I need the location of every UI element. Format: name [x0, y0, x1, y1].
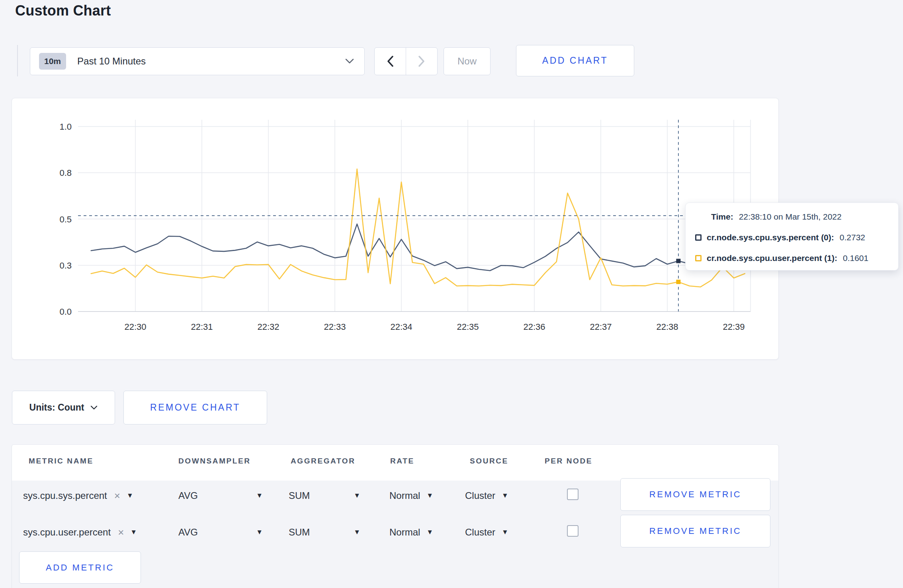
tooltip-time-label: Time: — [711, 212, 733, 222]
x-tick-label: 22:39 — [723, 322, 745, 332]
x-tick-label: 22:34 — [390, 322, 412, 332]
rate-select[interactable]: Normal ▼ — [389, 525, 433, 539]
chevron-right-button[interactable] — [406, 48, 437, 75]
aggregator-select[interactable]: SUM ▼ — [289, 525, 360, 539]
remove-chart-button[interactable]: REMOVE CHART — [123, 391, 267, 424]
caret-down-icon: ▼ — [426, 492, 433, 500]
time-range-badge: 10m — [39, 53, 66, 70]
caret-down-icon: ▼ — [256, 492, 263, 500]
remove-metric-button[interactable]: REMOVE METRIC — [620, 515, 770, 547]
series-swatch-icon — [695, 234, 702, 241]
source-select[interactable]: Cluster ▼ — [465, 489, 508, 503]
units-select[interactable]: Units: Count — [12, 391, 115, 424]
y-tick-label: 0.5 — [59, 214, 72, 224]
per-node-checkbox[interactable] — [567, 489, 579, 500]
caret-down-icon: ▼ — [354, 492, 360, 500]
toolbar-accent-divider — [17, 45, 18, 76]
downsampler-select[interactable]: AVG ▼ — [178, 525, 263, 539]
tooltip-series-label: cr.node.sys.cpu.sys.percent (0): — [707, 233, 834, 242]
tooltip-time-row: Time: 22:38:10 on Mar 15th, 2022 — [695, 212, 889, 222]
column-header-source: SOURCE — [470, 457, 508, 465]
y-tick-label: 0.3 — [59, 261, 72, 271]
hover-marker — [676, 280, 680, 284]
chart-card: 22:3022:3122:3222:3322:3422:3522:3622:37… — [12, 98, 779, 360]
time-range-select[interactable]: 10m Past 10 Minutes — [30, 47, 365, 75]
column-header-downsampler: DOWNSAMPLER — [178, 457, 251, 465]
y-tick-label: 0.0 — [59, 307, 72, 317]
chart-plot[interactable]: 22:3022:3122:3222:3322:3422:3522:3622:37… — [12, 98, 778, 359]
page-title: Custom Chart — [15, 2, 111, 19]
x-tick-label: 22:37 — [590, 322, 612, 332]
y-tick-label: 0.8 — [59, 168, 72, 178]
metric-name-select[interactable]: sys.cpu.user.percent × ▼ — [23, 525, 137, 539]
tooltip-time-value: 22:38:10 on Mar 15th, 2022 — [739, 212, 842, 222]
downsampler-select[interactable]: AVG ▼ — [178, 489, 263, 503]
series-swatch-icon — [695, 255, 702, 261]
caret-down-icon: ▼ — [502, 528, 508, 536]
column-header-rate: RATE — [390, 457, 414, 465]
chevron-down-icon — [90, 405, 98, 410]
remove-x-icon[interactable]: × — [114, 490, 120, 502]
per-node-checkbox[interactable] — [567, 525, 579, 537]
now-button[interactable]: Now — [444, 47, 491, 75]
chevron-left-button[interactable] — [375, 48, 406, 75]
add-chart-button[interactable]: ADD CHART — [516, 45, 634, 76]
custom-chart-page: Custom Chart 10m Past 10 Minutes Now ADD… — [0, 0, 903, 588]
caret-down-icon: ▼ — [130, 528, 137, 536]
caret-down-icon: ▼ — [502, 492, 508, 500]
x-tick-label: 22:30 — [124, 322, 146, 332]
caret-down-icon: ▼ — [354, 528, 360, 536]
series-line-1 — [91, 169, 745, 287]
tooltip-series-value: 0.2732 — [840, 233, 865, 242]
x-tick-label: 22:31 — [191, 322, 213, 332]
add-metric-button[interactable]: ADD METRIC — [19, 551, 141, 584]
column-header-aggregator: AGGREGATOR — [291, 457, 356, 465]
chevron-down-icon — [345, 58, 354, 64]
caret-down-icon: ▼ — [426, 528, 433, 536]
x-tick-label: 22:35 — [457, 322, 479, 332]
column-header-per-node: PER NODE — [545, 457, 592, 465]
remove-metric-button[interactable]: REMOVE METRIC — [620, 478, 770, 511]
x-tick-label: 22:33 — [324, 322, 346, 332]
tooltip-series-label: cr.node.sys.cpu.user.percent (1): — [707, 253, 837, 263]
tooltip-series-row: cr.node.sys.cpu.user.percent (1): 0.1601 — [695, 253, 889, 263]
source-select[interactable]: Cluster ▼ — [465, 525, 508, 539]
x-tick-label: 22:36 — [523, 322, 545, 332]
rate-select[interactable]: Normal ▼ — [389, 489, 433, 503]
caret-down-icon: ▼ — [256, 528, 263, 536]
time-range-label: Past 10 Minutes — [77, 56, 146, 67]
x-tick-label: 22:32 — [257, 322, 279, 332]
chart-tooltip: Time: 22:38:10 on Mar 15th, 2022 cr.node… — [685, 202, 899, 271]
metric-name-select[interactable]: sys.cpu.sys.percent × ▼ — [23, 489, 133, 503]
x-tick-label: 22:38 — [656, 322, 678, 332]
tooltip-series-value: 0.1601 — [843, 253, 868, 263]
remove-x-icon[interactable]: × — [118, 526, 124, 539]
aggregator-select[interactable]: SUM ▼ — [289, 489, 360, 503]
tooltip-series-row: cr.node.sys.cpu.sys.percent (0): 0.2732 — [695, 233, 889, 242]
time-nav-group — [374, 47, 438, 75]
hover-marker — [676, 259, 680, 263]
units-label: Units: Count — [29, 402, 84, 413]
column-header-metric-name: METRIC NAME — [29, 457, 94, 465]
caret-down-icon: ▼ — [127, 492, 133, 500]
y-tick-label: 1.0 — [59, 122, 72, 132]
